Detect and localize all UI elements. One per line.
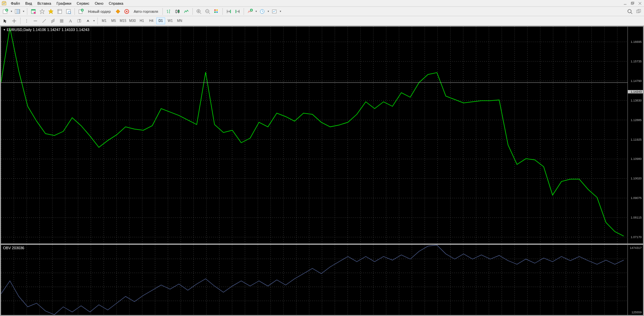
profiles-button[interactable] bbox=[13, 7, 22, 16]
svg-marker-83 bbox=[87, 20, 89, 22]
timeframe-m1[interactable]: M1 bbox=[100, 18, 109, 24]
y-tick: 1.11925 bbox=[631, 138, 642, 141]
svg-line-24 bbox=[70, 13, 71, 14]
svg-line-74 bbox=[51, 20, 55, 22]
new-chart-dropdown[interactable]: ▼ bbox=[10, 10, 13, 12]
svg-point-16 bbox=[34, 12, 36, 14]
svg-rect-50 bbox=[216, 9, 218, 11]
svg-rect-15 bbox=[31, 9, 35, 10]
timeframe-m30[interactable]: M30 bbox=[128, 18, 137, 24]
y-tick: 1.14790 bbox=[631, 79, 642, 83]
trendline-button[interactable] bbox=[40, 17, 48, 25]
menu-charts[interactable]: Графики bbox=[54, 1, 74, 6]
line-chart-button[interactable] bbox=[182, 7, 190, 16]
svg-rect-11 bbox=[15, 9, 17, 13]
zoom-in-button[interactable] bbox=[195, 7, 203, 16]
market-watch-button[interactable] bbox=[29, 7, 37, 16]
cursor-button[interactable] bbox=[1, 17, 9, 25]
svg-rect-63 bbox=[272, 10, 276, 13]
svg-line-65 bbox=[631, 12, 632, 14]
y-tick: 1.13830 bbox=[631, 99, 642, 102]
y-tick: 1.08115 bbox=[631, 216, 642, 219]
switch-window-button[interactable] bbox=[635, 7, 643, 16]
horizontal-line-button[interactable] bbox=[31, 17, 39, 25]
text-button[interactable]: A bbox=[66, 17, 74, 25]
equidistant-button[interactable] bbox=[49, 17, 57, 25]
data-window-button[interactable] bbox=[47, 7, 55, 16]
new-order-button[interactable]: Новый ордер bbox=[86, 7, 113, 16]
menu-view[interactable]: Вид bbox=[23, 1, 35, 6]
obv-y-axis: 1474317125559 bbox=[627, 245, 643, 315]
svg-marker-68 bbox=[4, 19, 7, 23]
periods-button[interactable] bbox=[258, 7, 266, 16]
timeframe-m15[interactable]: M15 bbox=[119, 18, 127, 24]
chart-menu-icon[interactable]: ▼ bbox=[3, 28, 6, 31]
chart-shift-end-button[interactable] bbox=[234, 7, 242, 16]
current-price-marker: 1.14243 bbox=[628, 90, 643, 93]
app-window: { "menu": { "items": ["Файл","Вид","Вста… bbox=[0, 0, 644, 316]
timeframe-d1[interactable]: D1 bbox=[156, 18, 165, 24]
y-tick: 1.07170 bbox=[631, 235, 642, 239]
svg-rect-49 bbox=[214, 9, 216, 11]
y-tick: 1.10020 bbox=[631, 177, 642, 180]
metaquotes-button[interactable] bbox=[114, 7, 122, 16]
svg-line-43 bbox=[200, 12, 201, 14]
navigator-button[interactable] bbox=[38, 7, 46, 16]
menu-file[interactable]: Файл bbox=[8, 1, 23, 6]
indicators-button[interactable] bbox=[246, 7, 254, 16]
timeframe-mn[interactable]: MN bbox=[175, 18, 184, 24]
timeframe-w1[interactable]: W1 bbox=[166, 18, 175, 24]
search-button[interactable] bbox=[626, 7, 634, 16]
svg-rect-12 bbox=[17, 9, 19, 13]
arrows-dropdown[interactable]: ▼ bbox=[93, 20, 95, 22]
y-tick: 1.10980 bbox=[631, 157, 642, 161]
svg-rect-19 bbox=[58, 9, 62, 13]
minimize-icon[interactable] bbox=[622, 1, 628, 6]
svg-rect-54 bbox=[230, 10, 231, 13]
menu-service[interactable]: Сервис bbox=[74, 1, 92, 6]
y-tick: 1.12885 bbox=[631, 118, 642, 122]
close-icon[interactable] bbox=[637, 1, 643, 6]
periods-dropdown[interactable]: ▼ bbox=[267, 10, 270, 12]
svg-rect-51 bbox=[214, 11, 216, 13]
indicators-dropdown[interactable]: ▼ bbox=[255, 10, 257, 12]
profiles-dropdown[interactable]: ▼ bbox=[22, 10, 25, 12]
svg-rect-4 bbox=[632, 2, 634, 4]
templates-dropdown[interactable]: ▼ bbox=[279, 10, 282, 12]
autotrade-button[interactable]: Авто-торговля bbox=[131, 7, 161, 16]
new-chart-button[interactable] bbox=[1, 7, 9, 16]
text-label-button[interactable]: T bbox=[75, 17, 83, 25]
menu-window[interactable]: Окно bbox=[92, 1, 106, 6]
new-order-icon[interactable] bbox=[77, 7, 85, 16]
autotrade-icon[interactable] bbox=[123, 7, 131, 16]
menubar: Файл Вид Вставка Графики Сервис Окно Спр… bbox=[0, 0, 644, 7]
zoom-out-button[interactable] bbox=[204, 7, 212, 16]
candle-chart-button[interactable] bbox=[174, 7, 182, 16]
vertical-line-button[interactable] bbox=[23, 17, 31, 25]
chart-shift-button[interactable] bbox=[225, 7, 233, 16]
svg-line-75 bbox=[51, 21, 55, 23]
svg-line-76 bbox=[51, 19, 55, 21]
timeframe-h1[interactable]: H1 bbox=[137, 18, 146, 24]
svg-rect-31 bbox=[126, 11, 127, 12]
price-chart-pane[interactable]: ▼ EURUSD,Daily 1.14106 1.14247 1.14103 1… bbox=[1, 26, 643, 244]
menu-help[interactable]: Справка bbox=[106, 1, 126, 6]
crosshair-button[interactable] bbox=[10, 17, 18, 25]
svg-rect-41 bbox=[178, 10, 179, 12]
obv-line bbox=[1, 245, 643, 315]
menu-insert[interactable]: Вставка bbox=[35, 1, 54, 6]
arrows-button[interactable] bbox=[84, 17, 92, 25]
timeframe-h4[interactable]: H4 bbox=[147, 18, 156, 24]
y-tick: 1.16695 bbox=[631, 40, 642, 44]
bar-chart-button[interactable] bbox=[165, 7, 173, 16]
svg-text:T: T bbox=[79, 19, 81, 23]
templates-button[interactable] bbox=[270, 7, 278, 16]
price-line bbox=[1, 27, 643, 243]
auto-scroll-button[interactable] bbox=[212, 7, 220, 16]
restore-icon[interactable] bbox=[629, 1, 636, 6]
terminal-button[interactable] bbox=[56, 7, 64, 16]
strategy-tester-button[interactable] bbox=[64, 7, 72, 16]
fibonacci-button[interactable] bbox=[58, 17, 66, 25]
obv-chart-pane[interactable]: OBV 203036 1474317125559 bbox=[1, 245, 643, 315]
timeframe-m5[interactable]: M5 bbox=[109, 18, 118, 24]
